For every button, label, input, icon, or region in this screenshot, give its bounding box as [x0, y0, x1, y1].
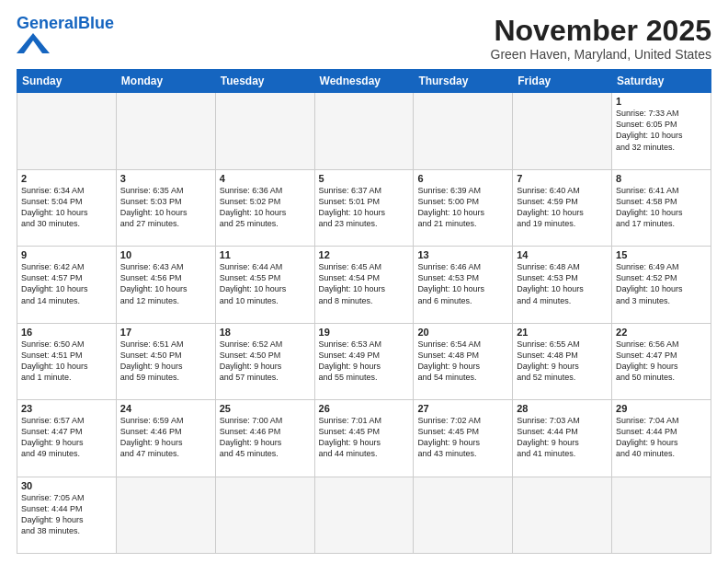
- day-info: Sunrise: 6:42 AM Sunset: 4:57 PM Dayligh…: [21, 261, 112, 306]
- day-number: 16: [21, 327, 112, 338]
- logo: GeneralBlue: [17, 15, 114, 53]
- day-number: 21: [517, 327, 608, 338]
- day-number: 19: [319, 327, 410, 338]
- day-info: Sunrise: 7:04 AM Sunset: 4:44 PM Dayligh…: [616, 415, 707, 460]
- day-info: Sunrise: 6:55 AM Sunset: 4:48 PM Dayligh…: [517, 339, 608, 384]
- day-number: 10: [120, 249, 211, 260]
- day-number: 3: [120, 173, 211, 184]
- day-number: 17: [120, 327, 211, 338]
- weekday-row: SundayMondayTuesdayWednesdayThursdayFrid…: [17, 70, 711, 93]
- day-info: Sunrise: 6:34 AM Sunset: 5:04 PM Dayligh…: [21, 185, 112, 230]
- day-info: Sunrise: 6:57 AM Sunset: 4:47 PM Dayligh…: [21, 415, 112, 460]
- calendar-cell: 23Sunrise: 6:57 AM Sunset: 4:47 PM Dayli…: [17, 400, 117, 477]
- calendar-cell: 25Sunrise: 7:00 AM Sunset: 4:46 PM Dayli…: [215, 400, 314, 477]
- day-info: Sunrise: 6:59 AM Sunset: 4:46 PM Dayligh…: [120, 415, 211, 460]
- calendar-cell: 28Sunrise: 7:03 AM Sunset: 4:44 PM Dayli…: [513, 400, 612, 477]
- calendar-cell: [215, 477, 314, 553]
- day-number: 12: [319, 249, 410, 260]
- day-info: Sunrise: 6:56 AM Sunset: 4:47 PM Dayligh…: [616, 339, 707, 384]
- week-row-3: 9Sunrise: 6:42 AM Sunset: 4:57 PM Daylig…: [17, 247, 711, 323]
- calendar-table: SundayMondayTuesdayWednesdayThursdayFrid…: [17, 69, 711, 554]
- calendar-cell: 30Sunrise: 7:05 AM Sunset: 4:44 PM Dayli…: [17, 477, 117, 553]
- weekday-header-sunday: Sunday: [17, 70, 117, 93]
- calendar-cell: 24Sunrise: 6:59 AM Sunset: 4:46 PM Dayli…: [116, 400, 215, 477]
- day-number: 5: [319, 173, 410, 184]
- day-number: 2: [21, 173, 112, 184]
- calendar-cell: 27Sunrise: 7:02 AM Sunset: 4:45 PM Dayli…: [414, 400, 513, 477]
- day-info: Sunrise: 7:03 AM Sunset: 4:44 PM Dayligh…: [517, 415, 608, 460]
- title-block: November 2025 Green Haven, Maryland, Uni…: [491, 15, 711, 62]
- calendar-cell: 29Sunrise: 7:04 AM Sunset: 4:44 PM Dayli…: [612, 400, 711, 477]
- month-title: November 2025: [491, 15, 711, 47]
- calendar-cell: [414, 93, 513, 169]
- weekday-header-monday: Monday: [116, 70, 215, 93]
- calendar-cell: [314, 93, 414, 169]
- day-info: Sunrise: 6:37 AM Sunset: 5:01 PM Dayligh…: [319, 185, 410, 230]
- week-row-5: 23Sunrise: 6:57 AM Sunset: 4:47 PM Dayli…: [17, 400, 711, 477]
- calendar-cell: [116, 477, 215, 553]
- calendar-cell: 21Sunrise: 6:55 AM Sunset: 4:48 PM Dayli…: [513, 323, 612, 399]
- day-info: Sunrise: 6:43 AM Sunset: 4:56 PM Dayligh…: [120, 261, 211, 306]
- day-info: Sunrise: 6:39 AM Sunset: 5:00 PM Dayligh…: [417, 185, 508, 230]
- calendar-header: SundayMondayTuesdayWednesdayThursdayFrid…: [17, 70, 711, 93]
- day-info: Sunrise: 6:45 AM Sunset: 4:54 PM Dayligh…: [319, 261, 410, 306]
- day-info: Sunrise: 6:48 AM Sunset: 4:53 PM Dayligh…: [517, 261, 608, 306]
- day-number: 1: [616, 96, 707, 107]
- day-number: 6: [417, 173, 508, 184]
- week-row-6: 30Sunrise: 7:05 AM Sunset: 4:44 PM Dayli…: [17, 477, 711, 553]
- calendar-cell: 15Sunrise: 6:49 AM Sunset: 4:52 PM Dayli…: [612, 247, 711, 323]
- page: GeneralBlue November 2025 Green Haven, M…: [0, 0, 728, 563]
- week-row-2: 2Sunrise: 6:34 AM Sunset: 5:04 PM Daylig…: [17, 169, 711, 246]
- day-info: Sunrise: 7:33 AM Sunset: 6:05 PM Dayligh…: [616, 108, 707, 153]
- weekday-header-wednesday: Wednesday: [314, 70, 414, 93]
- calendar-cell: 14Sunrise: 6:48 AM Sunset: 4:53 PM Dayli…: [513, 247, 612, 323]
- day-info: Sunrise: 6:51 AM Sunset: 4:50 PM Dayligh…: [120, 339, 211, 384]
- weekday-header-thursday: Thursday: [414, 70, 513, 93]
- day-number: 13: [417, 249, 508, 260]
- day-info: Sunrise: 6:35 AM Sunset: 5:03 PM Dayligh…: [120, 185, 211, 230]
- calendar-cell: 11Sunrise: 6:44 AM Sunset: 4:55 PM Dayli…: [215, 247, 314, 323]
- day-number: 18: [220, 327, 311, 338]
- day-info: Sunrise: 6:41 AM Sunset: 4:58 PM Dayligh…: [616, 185, 707, 230]
- calendar-cell: 26Sunrise: 7:01 AM Sunset: 4:45 PM Dayli…: [314, 400, 414, 477]
- weekday-header-saturday: Saturday: [612, 70, 711, 93]
- day-number: 24: [120, 403, 211, 414]
- day-number: 14: [517, 249, 608, 260]
- calendar-cell: [612, 477, 711, 553]
- day-info: Sunrise: 7:01 AM Sunset: 4:45 PM Dayligh…: [319, 415, 410, 460]
- calendar-cell: [116, 93, 215, 169]
- calendar-cell: [17, 93, 117, 169]
- calendar-body: 1Sunrise: 7:33 AM Sunset: 6:05 PM Daylig…: [17, 93, 711, 554]
- calendar-cell: 18Sunrise: 6:52 AM Sunset: 4:50 PM Dayli…: [215, 323, 314, 399]
- calendar-cell: [513, 93, 612, 169]
- day-number: 20: [417, 327, 508, 338]
- logo-general: General: [17, 14, 78, 32]
- day-number: 28: [517, 403, 608, 414]
- calendar-cell: 17Sunrise: 6:51 AM Sunset: 4:50 PM Dayli…: [116, 323, 215, 399]
- week-row-4: 16Sunrise: 6:50 AM Sunset: 4:51 PM Dayli…: [17, 323, 711, 399]
- day-number: 30: [21, 480, 112, 491]
- weekday-header-friday: Friday: [513, 70, 612, 93]
- day-info: Sunrise: 6:49 AM Sunset: 4:52 PM Dayligh…: [616, 261, 707, 306]
- calendar-cell: [215, 93, 314, 169]
- calendar-cell: 13Sunrise: 6:46 AM Sunset: 4:53 PM Dayli…: [414, 247, 513, 323]
- logo-blue: Blue: [78, 14, 114, 32]
- calendar-cell: 9Sunrise: 6:42 AM Sunset: 4:57 PM Daylig…: [17, 247, 117, 323]
- subtitle: Green Haven, Maryland, United States: [491, 47, 711, 62]
- day-info: Sunrise: 6:40 AM Sunset: 4:59 PM Dayligh…: [517, 185, 608, 230]
- day-info: Sunrise: 7:05 AM Sunset: 4:44 PM Dayligh…: [21, 492, 112, 537]
- day-info: Sunrise: 6:50 AM Sunset: 4:51 PM Dayligh…: [21, 339, 112, 384]
- day-number: 11: [220, 249, 311, 260]
- calendar-cell: 4Sunrise: 6:36 AM Sunset: 5:02 PM Daylig…: [215, 169, 314, 246]
- calendar-cell: 8Sunrise: 6:41 AM Sunset: 4:58 PM Daylig…: [612, 169, 711, 246]
- day-info: Sunrise: 6:53 AM Sunset: 4:49 PM Dayligh…: [319, 339, 410, 384]
- day-number: 9: [21, 249, 112, 260]
- calendar-cell: 10Sunrise: 6:43 AM Sunset: 4:56 PM Dayli…: [116, 247, 215, 323]
- day-number: 22: [616, 327, 707, 338]
- calendar-cell: 22Sunrise: 6:56 AM Sunset: 4:47 PM Dayli…: [612, 323, 711, 399]
- day-info: Sunrise: 7:02 AM Sunset: 4:45 PM Dayligh…: [417, 415, 508, 460]
- calendar-cell: 1Sunrise: 7:33 AM Sunset: 6:05 PM Daylig…: [612, 93, 711, 169]
- calendar-cell: 2Sunrise: 6:34 AM Sunset: 5:04 PM Daylig…: [17, 169, 117, 246]
- week-row-1: 1Sunrise: 7:33 AM Sunset: 6:05 PM Daylig…: [17, 93, 711, 169]
- day-info: Sunrise: 6:44 AM Sunset: 4:55 PM Dayligh…: [220, 261, 311, 306]
